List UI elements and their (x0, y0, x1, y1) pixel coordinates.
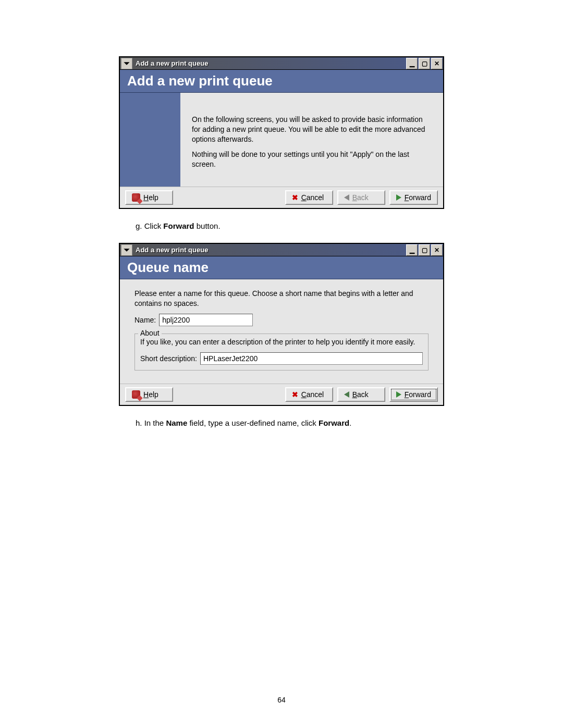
name-label: Name: (134, 316, 156, 324)
minimize-icon: ▁ (410, 246, 414, 254)
cancel-icon: ✖ (292, 193, 298, 202)
help-icon (132, 390, 140, 399)
window-menu-button[interactable] (121, 58, 132, 69)
cancel-button[interactable]: ✖ Cancel Cancel (285, 190, 333, 205)
back-button[interactable]: Back Back (337, 387, 385, 402)
sidebar-graphic (120, 93, 180, 187)
about-legend: About (138, 329, 162, 337)
window-menu-button[interactable] (121, 244, 132, 256)
help-button[interactable]: HHelpelp (125, 190, 173, 205)
back-icon (344, 391, 349, 398)
about-text: If you like, you can enter a description… (140, 337, 423, 347)
dialog-queue-name: Add a new print queue ▁ ▢ ✕ Queue name P… (119, 243, 444, 406)
chevron-down-icon (123, 60, 130, 67)
name-input[interactable] (159, 314, 253, 326)
window-title: Add a new print queue (133, 246, 406, 254)
minimize-icon: ▁ (410, 60, 414, 67)
back-icon (344, 194, 349, 201)
chevron-down-icon (123, 246, 130, 254)
intro-paragraph-1: On the following screens, you will be as… (192, 115, 432, 144)
forward-icon (396, 391, 401, 398)
about-fieldset: About If you like, you can enter a descr… (134, 334, 429, 371)
titlebar: Add a new print queue ▁ ▢ ✕ (120, 57, 443, 70)
close-icon: ✕ (434, 246, 439, 254)
close-button[interactable]: ✕ (431, 58, 443, 69)
maximize-button[interactable]: ▢ (419, 58, 430, 69)
help-icon (132, 193, 140, 202)
description-input[interactable] (200, 352, 423, 365)
dialog-body-text: On the following screens, you will be as… (180, 93, 443, 187)
help-button[interactable]: Help Help (125, 387, 173, 402)
description-label: Short description: (140, 354, 197, 363)
close-icon: ✕ (434, 60, 439, 67)
document-page: Add a new print queue ▁ ▢ ✕ Add a new pr… (119, 56, 444, 428)
window-title: Add a new print queue (133, 59, 406, 67)
dialog-header: Add a new print queue (120, 70, 443, 93)
minimize-button[interactable]: ▁ (406, 58, 418, 69)
queue-name-instructions: Please enter a name for this queue. Choo… (134, 289, 429, 309)
maximize-icon: ▢ (422, 60, 427, 67)
forward-icon (396, 194, 401, 201)
dialog-add-print-queue-intro: Add a new print queue ▁ ▢ ✕ Add a new pr… (119, 56, 444, 209)
minimize-button[interactable]: ▁ (406, 244, 418, 256)
cancel-icon: ✖ (292, 390, 298, 399)
instruction-g: g. Click Forward button. (136, 220, 444, 231)
button-bar: Help Help ✖ Cancel Cancel Back Back Forw… (120, 384, 443, 405)
forward-button[interactable]: Forward Forward (389, 190, 438, 205)
intro-paragraph-2: Nothing will be done to your settings un… (192, 150, 432, 169)
instruction-h: h. In the Name field, type a user-define… (136, 417, 444, 428)
titlebar: Add a new print queue ▁ ▢ ✕ (120, 244, 443, 256)
button-bar: HHelpelp ✖ Cancel Cancel Back Back Forwa… (120, 187, 443, 208)
maximize-icon: ▢ (422, 246, 427, 254)
page-number: 64 (0, 696, 563, 704)
forward-button[interactable]: Forward Forward (389, 387, 438, 402)
maximize-button[interactable]: ▢ (419, 244, 430, 256)
close-button[interactable]: ✕ (431, 244, 443, 256)
cancel-button[interactable]: ✖ Cancel Cancel (285, 387, 333, 402)
dialog-header: Queue name (120, 256, 443, 279)
back-button: Back Back (337, 190, 385, 205)
